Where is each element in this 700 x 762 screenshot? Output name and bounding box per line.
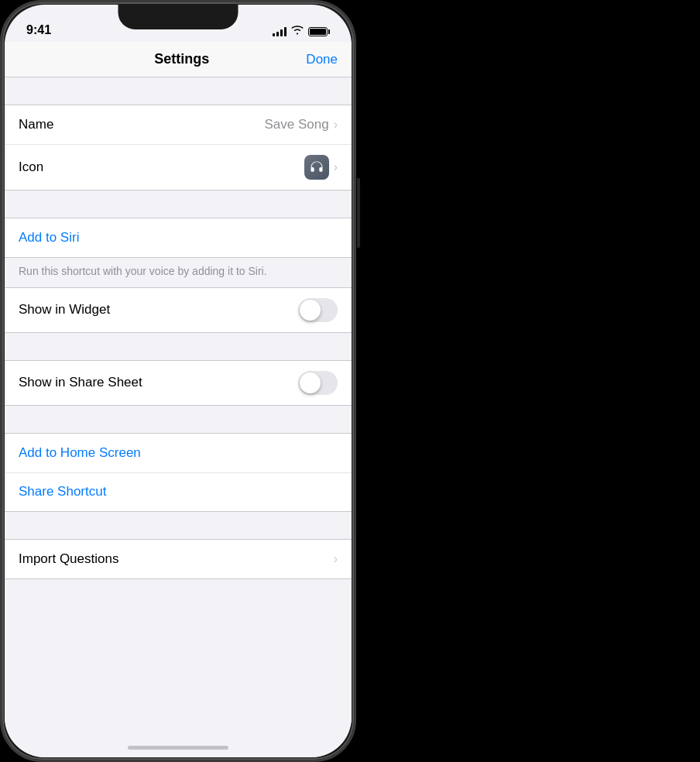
share-sheet-section: Show in Share Sheet [5, 360, 352, 406]
name-chevron: › [334, 118, 338, 132]
name-label: Name [19, 117, 53, 132]
icon-chevron: › [334, 160, 338, 174]
siri-description: Run this shortcut with your voice by add… [5, 258, 352, 287]
power-button[interactable] [357, 178, 360, 248]
nav-title: Settings [57, 51, 306, 67]
home-bar [128, 746, 228, 750]
import-questions-row[interactable]: Import Questions › [5, 540, 352, 578]
status-time: 9:41 [26, 23, 51, 37]
wifi-icon [291, 26, 304, 37]
status-icons [273, 26, 330, 37]
siri-desc-container: Run this shortcut with your voice by add… [5, 258, 352, 287]
icon-label: Icon [19, 160, 43, 175]
icon-thumbnail [304, 155, 329, 180]
share-shortcut-row[interactable]: Share Shortcut [5, 472, 352, 511]
show-in-widget-label: Show in Widget [19, 302, 110, 318]
done-button[interactable]: Done [306, 52, 338, 67]
phone-wrapper: 9:41 [0, 0, 356, 762]
name-value-group: Save Song › [264, 117, 338, 132]
name-icon-section: Name Save Song › Icon [5, 105, 352, 190]
screen-content: Settings Done Name Save Song › I [5, 42, 352, 757]
add-to-siri-label: Add to Siri [19, 230, 79, 245]
add-to-home-screen-row[interactable]: Add to Home Screen [5, 434, 352, 472]
battery-icon [308, 27, 330, 36]
top-spacer [5, 77, 352, 105]
notch [118, 5, 238, 29]
show-in-widget-row: Show in Widget [5, 288, 352, 332]
show-in-widget-toggle[interactable] [298, 298, 338, 322]
headphones-icon [309, 160, 324, 175]
spacer-4 [5, 406, 352, 433]
show-in-share-sheet-label: Show in Share Sheet [19, 375, 142, 390]
name-row[interactable]: Name Save Song › [5, 105, 352, 144]
spacer-2 [5, 190, 352, 218]
show-in-share-sheet-toggle[interactable] [298, 371, 338, 395]
bottom-spacer [5, 579, 352, 641]
phone-frame: 9:41 [0, 0, 356, 762]
spacer-3 [5, 333, 352, 360]
share-shortcut-label: Share Shortcut [19, 484, 106, 499]
import-chevron: › [334, 552, 338, 566]
add-to-siri-row[interactable]: Add to Siri [5, 218, 352, 257]
home-share-section: Add to Home Screen Share Shortcut [5, 433, 352, 512]
nav-bar: Settings Done [5, 42, 352, 77]
phone-screen: 9:41 [5, 5, 352, 757]
signal-icon [273, 27, 287, 36]
add-to-home-screen-label: Add to Home Screen [19, 445, 141, 461]
icon-value-group: › [304, 155, 338, 180]
toggle-knob-widget [300, 300, 321, 321]
show-in-share-sheet-row: Show in Share Sheet [5, 361, 352, 405]
import-questions-label: Import Questions [19, 551, 118, 567]
siri-section: Add to Siri [5, 218, 352, 258]
widget-section: Show in Widget [5, 287, 352, 333]
toggle-knob-share [300, 372, 321, 393]
import-section: Import Questions › [5, 539, 352, 579]
spacer-5 [5, 512, 352, 539]
icon-row[interactable]: Icon › [5, 144, 352, 190]
name-value: Save Song [264, 117, 328, 132]
